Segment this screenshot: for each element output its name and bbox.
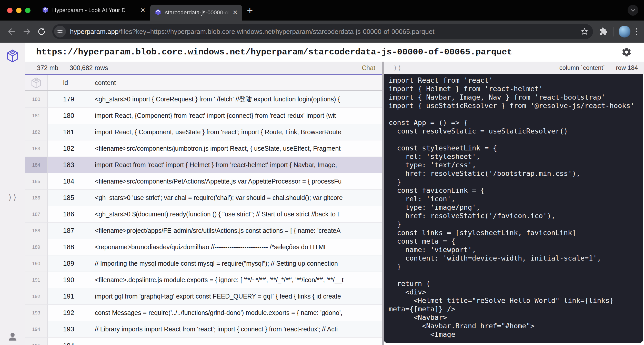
close-window-button[interactable]	[7, 8, 13, 13]
row-content-cell[interactable]: <filename>src/components/jumbotron.js im…	[88, 140, 382, 157]
profile-avatar[interactable]	[619, 26, 630, 37]
row-number-cell[interactable]: 193	[25, 305, 48, 321]
row-id-cell[interactable]: 181	[56, 124, 88, 140]
table-row[interactable]: 193 192 const Messages = require('../../…	[25, 305, 382, 321]
table-row[interactable]: 182 181 import React, { Component, useSt…	[25, 124, 382, 140]
reload-button[interactable]	[35, 25, 48, 38]
row-number-cell[interactable]: 188	[25, 223, 48, 239]
person-icon[interactable]	[8, 332, 17, 342]
table-row[interactable]: 192 191 import gql from 'graphql-tag' ex…	[25, 288, 382, 305]
close-tab-icon[interactable]: ✕	[140, 7, 145, 13]
zoom-window-button[interactable]	[25, 8, 31, 13]
row-number-cell[interactable]: 186	[25, 190, 48, 206]
address-bar[interactable]: hyperparam.app/files?key=https://hyperpa…	[52, 24, 593, 39]
row-content-cell[interactable]: <filename>project/apps/FE-admin/src/util…	[88, 223, 382, 239]
row-number-cell[interactable]: 191	[25, 272, 48, 288]
row-spacer-cell	[48, 305, 56, 321]
forward-button[interactable]	[20, 25, 33, 38]
back-button[interactable]	[5, 25, 18, 38]
column-header-content[interactable]: content	[88, 75, 382, 90]
row-number-cell[interactable]: 182	[25, 124, 48, 140]
close-tab-icon[interactable]: ✕	[233, 9, 238, 16]
table-row[interactable]: 183 182 <filename>src/components/jumbotr…	[25, 140, 382, 157]
row-content-cell[interactable]: <filename>src/components/PetActions/Appe…	[88, 173, 382, 189]
tab-hyperparam-home[interactable]: Hyperparam - Look At Your D ✕	[37, 0, 150, 21]
row-content-cell[interactable]: const Messages = require('../../function…	[88, 305, 382, 321]
bookmark-star-icon[interactable]	[580, 27, 589, 36]
row-content-cell[interactable]: // Library imports import React from 're…	[88, 321, 382, 337]
row-id-cell[interactable]: 183	[56, 157, 88, 173]
tab-search-chevron-button[interactable]	[628, 5, 638, 16]
row-id-cell[interactable]: 186	[56, 206, 88, 222]
row-spacer-cell	[48, 190, 56, 206]
row-id-cell[interactable]: 191	[56, 288, 88, 304]
table-row[interactable]: 184 183 import React from 'react' import…	[25, 157, 382, 173]
settings-gear-button[interactable]	[621, 47, 632, 58]
table-row[interactable]: 187 186 <gh_stars>0 $(document).ready(fu…	[25, 206, 382, 223]
sidebar-collapse-chevrons[interactable]: ⟩⟩	[7, 193, 18, 202]
column-header-id[interactable]: id	[56, 75, 88, 90]
panel-collapse-chevrons[interactable]: ⟩⟩	[394, 64, 403, 72]
row-number-cell[interactable]: 192	[25, 288, 48, 304]
row-content-cell[interactable]: import React, {Component} from 'react' i…	[88, 108, 382, 124]
table-row[interactable]: 180 179 <gh_stars>0 import { CoreRequest…	[25, 91, 382, 108]
row-id-cell[interactable]: 187	[56, 223, 88, 239]
row-spacer-cell	[48, 321, 56, 337]
row-number-cell[interactable]: 183	[25, 140, 48, 157]
row-id-cell[interactable]: 192	[56, 305, 88, 321]
detail-header: ⟩⟩ column `content` row 184	[384, 62, 644, 74]
browser-menu-button[interactable]	[635, 27, 639, 37]
corner-logo-cell[interactable]	[25, 75, 48, 90]
row-id-cell[interactable]: 180	[56, 108, 88, 124]
row-content-cell[interactable]: import gql from 'graphql-tag' export con…	[88, 288, 382, 304]
row-content-cell[interactable]: <gh_stars>0 'use strict'; var chai = req…	[88, 190, 382, 206]
table-row[interactable]: 191 190 <filename>.depslintrc.js module.…	[25, 272, 382, 288]
row-id-cell[interactable]: 190	[56, 272, 88, 288]
row-id-cell[interactable]: 188	[56, 239, 88, 255]
chat-button[interactable]: Chat	[362, 64, 375, 72]
row-content-cell[interactable]: <gh_stars>0 $(document).ready(function (…	[88, 206, 382, 222]
table-row[interactable]: 188 187 <filename>project/apps/FE-admin/…	[25, 223, 382, 239]
url-text[interactable]: hyperparam.app/files?key=https://hyperpa…	[70, 28, 580, 36]
row-id-cell[interactable]: 184	[56, 173, 88, 189]
table-row[interactable]: 185 184 <filename>src/components/PetActi…	[25, 173, 382, 190]
row-content-cell[interactable]	[88, 338, 382, 345]
row-content-cell[interactable]: import React from 'react' import { Helme…	[88, 157, 382, 173]
tab-starcoderdata-active[interactable]: starcoderdata-js-00000-of-0 ✕	[150, 5, 242, 21]
row-content-cell[interactable]: <filename>.depslintrc.js module.exports …	[88, 272, 382, 288]
row-id-cell[interactable]: 193	[56, 321, 88, 337]
table-row[interactable]: 195 194	[25, 338, 382, 345]
panel-resize-divider[interactable]	[382, 62, 384, 345]
row-number-cell[interactable]: 194	[25, 321, 48, 337]
row-id-cell[interactable]: 179	[56, 91, 88, 107]
tab-bar: Hyperparam - Look At Your D ✕ starcoderd…	[0, 0, 644, 21]
row-number-cell[interactable]: 195	[25, 338, 48, 345]
row-content-cell[interactable]: import React, { Component, useState } fr…	[88, 124, 382, 140]
table-row[interactable]: 194 193 // Library imports import React …	[25, 321, 382, 338]
row-id-cell[interactable]: 189	[56, 255, 88, 272]
site-settings-button[interactable]	[54, 26, 66, 37]
hyperparam-logo-icon[interactable]	[6, 49, 19, 64]
row-id-cell[interactable]: 185	[56, 190, 88, 206]
row-content-cell[interactable]: <reponame>brunodiasdev/quizdomilhao //--…	[88, 239, 382, 255]
extensions-icon[interactable]	[598, 27, 608, 36]
row-number-cell[interactable]: 190	[25, 255, 48, 272]
row-number-cell[interactable]: 181	[25, 108, 48, 124]
row-number-cell[interactable]: 180	[25, 91, 48, 107]
table-row[interactable]: 186 185 <gh_stars>0 'use strict'; var ch…	[25, 190, 382, 206]
row-number-cell[interactable]: 187	[25, 206, 48, 222]
table-row[interactable]: 190 189 // Importing the mysql module co…	[25, 255, 382, 272]
table-row[interactable]: 189 188 <reponame>brunodiasdev/quizdomil…	[25, 239, 382, 255]
row-content-cell[interactable]: <gh_stars>0 import { CoreRequest } from …	[88, 91, 382, 107]
row-number-cell[interactable]: 185	[25, 173, 48, 189]
row-id-cell[interactable]: 194	[56, 338, 88, 345]
row-number-cell[interactable]: 189	[25, 239, 48, 255]
tune-icon	[57, 28, 63, 35]
row-content-cell[interactable]: // Importing the mysql module const mysq…	[88, 255, 382, 272]
minimize-window-button[interactable]	[16, 8, 22, 13]
header-spacer-cell	[48, 75, 56, 90]
row-id-cell[interactable]: 182	[56, 140, 88, 157]
row-number-cell[interactable]: 184	[25, 157, 48, 173]
table-row[interactable]: 181 180 import React, {Component} from '…	[25, 108, 382, 124]
new-tab-button[interactable]: +	[246, 5, 254, 15]
